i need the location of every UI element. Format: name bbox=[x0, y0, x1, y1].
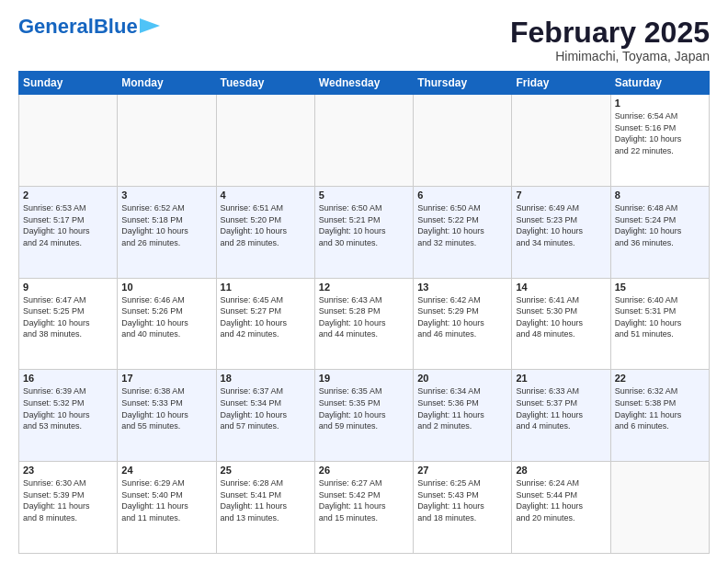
calendar-cell: 18Sunrise: 6:37 AM Sunset: 5:34 PM Dayli… bbox=[216, 370, 314, 462]
day-number: 21 bbox=[516, 373, 606, 384]
calendar-cell: 9Sunrise: 6:47 AM Sunset: 5:25 PM Daylig… bbox=[19, 278, 118, 370]
day-number: 13 bbox=[417, 282, 507, 293]
calendar-cell: 11Sunrise: 6:45 AM Sunset: 5:27 PM Dayli… bbox=[216, 278, 314, 370]
calendar-cell: 6Sunrise: 6:50 AM Sunset: 5:22 PM Daylig… bbox=[414, 186, 512, 278]
day-info: Sunrise: 6:43 AM Sunset: 5:28 PM Dayligh… bbox=[319, 294, 409, 340]
day-info: Sunrise: 6:53 AM Sunset: 5:17 PM Dayligh… bbox=[23, 202, 113, 248]
subtitle: Himimachi, Toyama, Japan bbox=[510, 49, 710, 63]
day-info: Sunrise: 6:24 AM Sunset: 5:44 PM Dayligh… bbox=[516, 477, 606, 523]
day-number: 8 bbox=[615, 190, 705, 201]
day-info: Sunrise: 6:34 AM Sunset: 5:36 PM Dayligh… bbox=[417, 385, 507, 431]
day-info: Sunrise: 6:41 AM Sunset: 5:30 PM Dayligh… bbox=[516, 294, 606, 340]
day-number: 24 bbox=[121, 465, 211, 476]
calendar-cell bbox=[216, 95, 314, 187]
day-number: 6 bbox=[417, 190, 507, 201]
day-number: 4 bbox=[221, 190, 311, 201]
day-info: Sunrise: 6:54 AM Sunset: 5:16 PM Dayligh… bbox=[615, 110, 705, 156]
calendar-cell: 17Sunrise: 6:38 AM Sunset: 5:33 PM Dayli… bbox=[118, 370, 216, 462]
calendar-row-4: 23Sunrise: 6:30 AM Sunset: 5:39 PM Dayli… bbox=[19, 462, 710, 554]
calendar-cell: 22Sunrise: 6:32 AM Sunset: 5:38 PM Dayli… bbox=[610, 370, 709, 462]
calendar-cell: 7Sunrise: 6:49 AM Sunset: 5:23 PM Daylig… bbox=[512, 186, 610, 278]
calendar-cell: 1Sunrise: 6:54 AM Sunset: 5:16 PM Daylig… bbox=[610, 95, 709, 187]
calendar-cell bbox=[19, 95, 118, 187]
day-info: Sunrise: 6:30 AM Sunset: 5:39 PM Dayligh… bbox=[23, 477, 113, 523]
svg-marker-0 bbox=[140, 18, 160, 33]
logo-text: GeneralBlue bbox=[18, 17, 138, 37]
day-number: 3 bbox=[121, 190, 211, 201]
day-info: Sunrise: 6:29 AM Sunset: 5:40 PM Dayligh… bbox=[121, 477, 211, 523]
page: GeneralBlue February 2025 Himimachi, Toy… bbox=[0, 0, 728, 563]
calendar-header-row: Sunday Monday Tuesday Wednesday Thursday… bbox=[19, 72, 710, 95]
main-title: February 2025 bbox=[510, 17, 710, 49]
calendar-cell: 14Sunrise: 6:41 AM Sunset: 5:30 PM Dayli… bbox=[512, 278, 610, 370]
calendar-cell bbox=[512, 95, 610, 187]
calendar-cell bbox=[610, 462, 709, 554]
calendar-cell: 2Sunrise: 6:53 AM Sunset: 5:17 PM Daylig… bbox=[19, 186, 118, 278]
calendar-cell: 27Sunrise: 6:25 AM Sunset: 5:43 PM Dayli… bbox=[414, 462, 512, 554]
col-saturday: Saturday bbox=[610, 72, 709, 95]
calendar-cell: 8Sunrise: 6:48 AM Sunset: 5:24 PM Daylig… bbox=[610, 186, 709, 278]
day-info: Sunrise: 6:38 AM Sunset: 5:33 PM Dayligh… bbox=[121, 385, 211, 431]
calendar-cell: 13Sunrise: 6:42 AM Sunset: 5:29 PM Dayli… bbox=[414, 278, 512, 370]
calendar-table: Sunday Monday Tuesday Wednesday Thursday… bbox=[18, 71, 710, 554]
col-wednesday: Wednesday bbox=[314, 72, 413, 95]
day-info: Sunrise: 6:42 AM Sunset: 5:29 PM Dayligh… bbox=[417, 294, 507, 340]
day-info: Sunrise: 6:49 AM Sunset: 5:23 PM Dayligh… bbox=[516, 202, 606, 248]
logo-arrow-icon bbox=[140, 18, 160, 33]
day-info: Sunrise: 6:50 AM Sunset: 5:21 PM Dayligh… bbox=[319, 202, 409, 248]
calendar-cell: 25Sunrise: 6:28 AM Sunset: 5:41 PM Dayli… bbox=[216, 462, 314, 554]
day-number: 2 bbox=[23, 190, 113, 201]
calendar-row-1: 2Sunrise: 6:53 AM Sunset: 5:17 PM Daylig… bbox=[19, 186, 710, 278]
day-info: Sunrise: 6:27 AM Sunset: 5:42 PM Dayligh… bbox=[319, 477, 409, 523]
col-friday: Friday bbox=[512, 72, 610, 95]
day-number: 25 bbox=[221, 465, 311, 476]
day-info: Sunrise: 6:46 AM Sunset: 5:26 PM Dayligh… bbox=[121, 294, 211, 340]
day-info: Sunrise: 6:25 AM Sunset: 5:43 PM Dayligh… bbox=[417, 477, 507, 523]
day-number: 27 bbox=[417, 465, 507, 476]
title-block: February 2025 Himimachi, Toyama, Japan bbox=[510, 17, 710, 63]
day-number: 26 bbox=[319, 465, 409, 476]
day-number: 7 bbox=[516, 190, 606, 201]
day-number: 20 bbox=[417, 373, 507, 384]
calendar-cell bbox=[118, 95, 216, 187]
calendar-cell bbox=[414, 95, 512, 187]
day-info: Sunrise: 6:51 AM Sunset: 5:20 PM Dayligh… bbox=[221, 202, 311, 248]
calendar-cell: 5Sunrise: 6:50 AM Sunset: 5:21 PM Daylig… bbox=[314, 186, 413, 278]
day-info: Sunrise: 6:45 AM Sunset: 5:27 PM Dayligh… bbox=[221, 294, 311, 340]
day-number: 9 bbox=[23, 282, 113, 293]
day-number: 11 bbox=[221, 282, 311, 293]
calendar-cell: 26Sunrise: 6:27 AM Sunset: 5:42 PM Dayli… bbox=[314, 462, 413, 554]
calendar-row-0: 1Sunrise: 6:54 AM Sunset: 5:16 PM Daylig… bbox=[19, 95, 710, 187]
calendar-cell: 19Sunrise: 6:35 AM Sunset: 5:35 PM Dayli… bbox=[314, 370, 413, 462]
calendar-cell: 23Sunrise: 6:30 AM Sunset: 5:39 PM Dayli… bbox=[19, 462, 118, 554]
col-tuesday: Tuesday bbox=[216, 72, 314, 95]
calendar-cell: 20Sunrise: 6:34 AM Sunset: 5:36 PM Dayli… bbox=[414, 370, 512, 462]
day-info: Sunrise: 6:35 AM Sunset: 5:35 PM Dayligh… bbox=[319, 385, 409, 431]
calendar-cell: 24Sunrise: 6:29 AM Sunset: 5:40 PM Dayli… bbox=[118, 462, 216, 554]
calendar-cell: 28Sunrise: 6:24 AM Sunset: 5:44 PM Dayli… bbox=[512, 462, 610, 554]
col-monday: Monday bbox=[118, 72, 216, 95]
calendar-cell: 3Sunrise: 6:52 AM Sunset: 5:18 PM Daylig… bbox=[118, 186, 216, 278]
day-number: 14 bbox=[516, 282, 606, 293]
day-info: Sunrise: 6:28 AM Sunset: 5:41 PM Dayligh… bbox=[221, 477, 311, 523]
header: GeneralBlue February 2025 Himimachi, Toy… bbox=[18, 17, 710, 63]
day-number: 28 bbox=[516, 465, 606, 476]
calendar-cell bbox=[314, 95, 413, 187]
day-info: Sunrise: 6:33 AM Sunset: 5:37 PM Dayligh… bbox=[516, 385, 606, 431]
day-info: Sunrise: 6:39 AM Sunset: 5:32 PM Dayligh… bbox=[23, 385, 113, 431]
calendar-row-2: 9Sunrise: 6:47 AM Sunset: 5:25 PM Daylig… bbox=[19, 278, 710, 370]
day-info: Sunrise: 6:52 AM Sunset: 5:18 PM Dayligh… bbox=[121, 202, 211, 248]
day-info: Sunrise: 6:40 AM Sunset: 5:31 PM Dayligh… bbox=[615, 294, 705, 340]
calendar-cell: 15Sunrise: 6:40 AM Sunset: 5:31 PM Dayli… bbox=[610, 278, 709, 370]
day-info: Sunrise: 6:48 AM Sunset: 5:24 PM Dayligh… bbox=[615, 202, 705, 248]
day-number: 22 bbox=[615, 373, 705, 384]
day-number: 17 bbox=[121, 373, 211, 384]
day-number: 5 bbox=[319, 190, 409, 201]
col-thursday: Thursday bbox=[414, 72, 512, 95]
day-number: 19 bbox=[319, 373, 409, 384]
day-info: Sunrise: 6:37 AM Sunset: 5:34 PM Dayligh… bbox=[221, 385, 311, 431]
day-number: 23 bbox=[23, 465, 113, 476]
day-number: 1 bbox=[615, 98, 705, 109]
calendar-cell: 16Sunrise: 6:39 AM Sunset: 5:32 PM Dayli… bbox=[19, 370, 118, 462]
day-info: Sunrise: 6:32 AM Sunset: 5:38 PM Dayligh… bbox=[615, 385, 705, 431]
